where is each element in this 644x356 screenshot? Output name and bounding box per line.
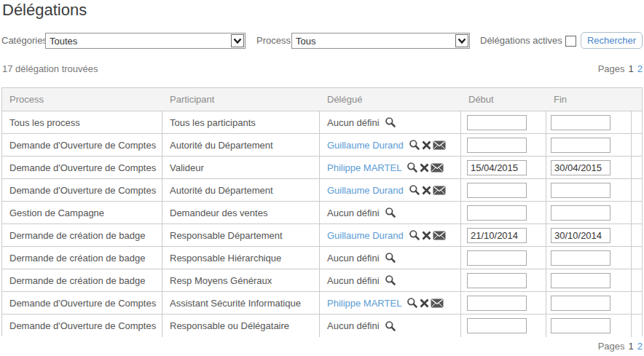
remove-delegate-icon[interactable] <box>422 141 431 150</box>
debut-input[interactable] <box>467 296 527 311</box>
debut-input[interactable] <box>467 138 527 153</box>
fin-input[interactable] <box>551 115 610 130</box>
fin-input[interactable] <box>551 296 610 311</box>
process-cell: Dermande de création de badge <box>2 247 162 269</box>
remove-delegate-icon[interactable] <box>422 186 431 195</box>
delegate-cell: Philippe MARTEL <box>320 157 461 178</box>
delegate-cell: Philippe MARTEL <box>320 292 461 314</box>
page-2-link[interactable]: 2 <box>637 63 643 74</box>
participant-cell: Demandeur des ventes <box>162 202 320 224</box>
chevron-down-icon[interactable] <box>231 34 244 47</box>
table-body: Tous les process Tous les participants A… <box>2 111 642 337</box>
process-select-value: Tous <box>296 34 315 48</box>
search-delegate-icon[interactable] <box>409 139 420 151</box>
search-delegate-icon[interactable] <box>385 320 396 332</box>
process-cell: Demande d'Ouverture de Comptes <box>2 315 162 337</box>
debut-input[interactable] <box>467 205 527 221</box>
fin-cell <box>546 179 632 201</box>
process-cell: Demande d'Ouverture de Comptes <box>2 292 162 314</box>
process-select[interactable]: Tous <box>291 33 470 49</box>
debut-input[interactable] <box>467 228 527 243</box>
results-bar: 17 délégation trouvées Pages12 <box>1 63 643 75</box>
search-button[interactable]: Rechercher <box>581 32 643 49</box>
table-row: Demande d'Ouverture de Comptes Autorité … <box>2 134 642 157</box>
table-row: Demande d'Ouverture de Comptes Autorité … <box>2 179 642 202</box>
mail-delegate-icon[interactable] <box>433 141 446 150</box>
remove-delegate-icon[interactable] <box>420 298 429 308</box>
active-delegations-checkbox[interactable] <box>565 36 576 47</box>
participant-cell: Autorité du Département <box>162 134 320 156</box>
fin-input[interactable] <box>551 228 610 243</box>
debut-cell <box>461 111 546 133</box>
debut-input[interactable] <box>467 183 527 198</box>
debut-input[interactable] <box>467 160 527 175</box>
table-row: Dermande de création de badge Resp Moyen… <box>2 269 642 292</box>
categories-select[interactable]: Toutes <box>45 33 246 49</box>
fin-cell <box>546 292 632 314</box>
table-row: Dermande de création de badge Responsabl… <box>2 247 642 269</box>
mail-delegate-icon[interactable] <box>431 298 444 308</box>
mail-delegate-icon[interactable] <box>433 186 446 195</box>
process-cell: Dermande de création de badge <box>2 269 162 291</box>
debut-input[interactable] <box>467 273 527 288</box>
fin-input[interactable] <box>551 250 610 266</box>
delegate-name[interactable]: Philippe MARTEL <box>327 298 401 309</box>
process-cell: Demande d'Ouverture de Comptes <box>2 179 162 201</box>
pages-label: Pages <box>598 341 625 352</box>
remove-delegate-icon[interactable] <box>420 163 429 173</box>
search-delegate-icon[interactable] <box>407 297 418 309</box>
search-delegate-icon[interactable] <box>385 252 396 264</box>
delegate-name[interactable]: Guillaume Durand <box>327 185 404 196</box>
search-delegate-icon[interactable] <box>385 274 396 286</box>
delegate-cell: Aucun défini <box>320 111 461 133</box>
fin-input[interactable] <box>551 273 610 288</box>
search-delegate-icon[interactable] <box>409 229 420 241</box>
fin-cell <box>546 202 632 224</box>
participant-cell: Responsable Hiérarchique <box>162 247 320 269</box>
spacer-cell <box>632 315 642 337</box>
fin-input[interactable] <box>551 183 610 198</box>
mail-delegate-icon[interactable] <box>431 163 444 173</box>
fin-input[interactable] <box>551 205 610 221</box>
delegate-name: Aucun défini <box>327 117 380 128</box>
column-header-fin: Fin <box>546 88 632 111</box>
process-cell: Demande d'Ouverture de Comptes <box>2 157 162 178</box>
delegate-name[interactable]: Guillaume Durand <box>327 230 404 241</box>
fin-input[interactable] <box>551 318 610 333</box>
fin-input[interactable] <box>551 160 610 175</box>
spacer-cell <box>632 224 642 246</box>
process-cell: Gestion de Campagne <box>2 202 162 224</box>
remove-delegate-icon[interactable] <box>422 231 431 240</box>
mail-delegate-icon[interactable] <box>433 231 446 240</box>
pages-label: Pages <box>598 63 625 74</box>
column-header-debut: Début <box>461 88 546 111</box>
column-header-delegate: Délégué <box>320 88 461 111</box>
filter-bar: Catégories Toutes Process Tous Délégatio… <box>0 32 644 50</box>
debut-input[interactable] <box>467 115 527 130</box>
delegate-cell: Guillaume Durand <box>320 179 461 201</box>
spacer-cell <box>632 157 642 178</box>
page-2-link[interactable]: 2 <box>637 341 643 352</box>
delegations-page: Délégations Catégories Toutes Process To… <box>0 0 644 356</box>
chevron-down-icon[interactable] <box>455 34 468 47</box>
debut-input[interactable] <box>467 318 527 333</box>
fin-cell <box>546 315 632 337</box>
search-delegate-icon[interactable] <box>385 116 396 128</box>
spacer-cell <box>632 247 642 269</box>
spacer-cell <box>632 111 642 133</box>
debut-cell <box>461 247 546 269</box>
debut-input[interactable] <box>467 250 527 266</box>
fin-input[interactable] <box>551 138 610 153</box>
fin-cell <box>546 111 632 133</box>
delegate-name[interactable]: Philippe MARTEL <box>327 162 401 173</box>
search-delegate-icon[interactable] <box>409 184 420 196</box>
delegate-cell: Guillaume Durand <box>320 134 461 156</box>
spacer-cell <box>632 202 642 224</box>
search-delegate-icon[interactable] <box>407 162 418 173</box>
table-row: Demande d'Ouverture de Comptes Responsab… <box>2 315 642 337</box>
delegate-name[interactable]: Guillaume Durand <box>327 140 404 151</box>
participant-cell: Responsable ou Délégataire <box>162 315 320 337</box>
debut-cell <box>461 134 546 156</box>
delegate-cell: Aucun défini <box>320 247 461 269</box>
search-delegate-icon[interactable] <box>385 207 396 218</box>
